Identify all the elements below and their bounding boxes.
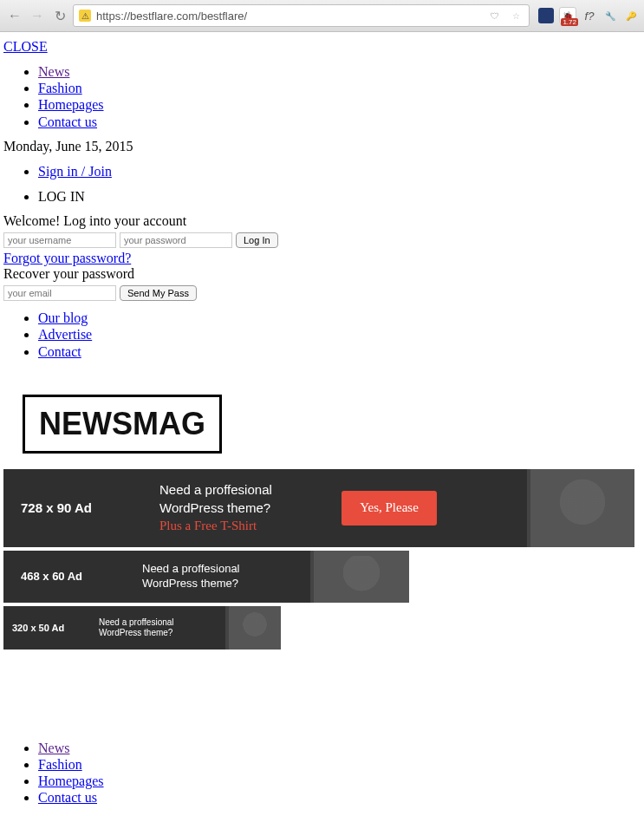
list-item: Homepages bbox=[38, 96, 641, 113]
recover-email-input[interactable] bbox=[3, 285, 116, 301]
page-content: CLOSE News Fashion Homepages Contact us … bbox=[0, 32, 644, 816]
ad-banner-320[interactable]: 320 x 50 Ad Need a proffesional WordPres… bbox=[3, 606, 281, 650]
date-line: Monday, June 15, 2015 bbox=[3, 139, 641, 154]
auth-nav: Sign in / Join bbox=[3, 163, 641, 180]
nav-link-contact-us[interactable]: Contact us bbox=[38, 114, 97, 129]
extension-flag-icon[interactable] bbox=[538, 8, 554, 23]
ad-banner-468[interactable]: 468 x 60 Ad Need a proffesional WordPres… bbox=[3, 551, 409, 603]
recover-form-row bbox=[3, 284, 641, 301]
close-link[interactable]: CLOSE bbox=[3, 39, 48, 54]
ad-shirt-image bbox=[527, 469, 634, 547]
welcome-line: Welcome! Log into your account bbox=[3, 213, 641, 229]
extension-devtools-icon[interactable]: 🔧 bbox=[602, 8, 618, 23]
login-form-row bbox=[3, 232, 641, 248]
logo-text: NEWSMAG bbox=[39, 406, 205, 441]
list-item: News bbox=[38, 63, 641, 80]
footer-link-fashion[interactable]: Fashion bbox=[38, 757, 82, 772]
ad-copy: Need a proffesional WordPress theme? bbox=[142, 562, 289, 591]
firebug-badge: 1.72 bbox=[561, 18, 578, 26]
list-item: Homepages bbox=[38, 773, 641, 789]
extension-fq-icon[interactable]: f? bbox=[582, 8, 597, 23]
login-heading-list: LOG IN bbox=[3, 188, 641, 205]
username-input[interactable] bbox=[3, 232, 116, 248]
ad-banner-728[interactable]: 728 x 90 Ad Need a proffesional WordPres… bbox=[3, 469, 634, 547]
list-item: Contact us bbox=[38, 114, 641, 130]
extension-firebug-icon[interactable]: 🐞1.72 bbox=[559, 7, 576, 24]
spacer bbox=[3, 653, 641, 731]
footer-nav: News Fashion Homepages Contact us bbox=[3, 740, 641, 806]
bookmark-star-icon[interactable]: ☆ bbox=[508, 8, 524, 23]
shield-icon[interactable]: 🛡 bbox=[487, 8, 503, 23]
nav-link-advertise[interactable]: Advertise bbox=[38, 327, 92, 342]
address-bar[interactable]: ⚠ https://bestflare.com/bestflare/ 🛡 ☆ bbox=[73, 4, 530, 27]
primary-nav: News Fashion Homepages Contact us bbox=[3, 63, 641, 130]
login-heading: LOG IN bbox=[38, 188, 641, 205]
list-item: Our blog bbox=[38, 310, 641, 326]
ad-shirt-image bbox=[310, 551, 409, 603]
footer-link-contact-us[interactable]: Contact us bbox=[38, 790, 97, 805]
forgot-password-link[interactable]: Forgot your password? bbox=[3, 251, 131, 265]
secondary-nav: Our blog Advertise Contact bbox=[3, 310, 641, 360]
nav-link-homepages[interactable]: Homepages bbox=[38, 97, 104, 112]
browser-toolbar: ← → ↻ ⚠ https://bestflare.com/bestflare/… bbox=[0, 0, 644, 32]
list-item: Fashion bbox=[38, 80, 641, 96]
ad-copy: Need a proffesional WordPress theme? bbox=[99, 617, 194, 638]
reload-button[interactable]: ↻ bbox=[50, 6, 69, 25]
login-button[interactable] bbox=[236, 232, 278, 248]
nav-link-our-blog[interactable]: Our blog bbox=[38, 310, 88, 325]
ad-copy: Need a proffesional WordPress theme? Plu… bbox=[159, 480, 315, 535]
ad-size-label: 728 x 90 Ad bbox=[3, 500, 159, 515]
ad-line1a: Need a proffesional bbox=[159, 480, 315, 499]
ad-line1b: WordPress theme? bbox=[99, 628, 194, 638]
back-button[interactable]: ← bbox=[5, 6, 24, 25]
ad-line1b: WordPress theme? bbox=[159, 499, 315, 517]
ad-line2: Plus a Free T-Shirt bbox=[159, 517, 315, 535]
list-item: Contact bbox=[38, 343, 641, 360]
send-pass-button[interactable] bbox=[120, 285, 197, 301]
url-text: https://bestflare.com/bestflare/ bbox=[96, 10, 482, 23]
nav-link-news[interactable]: News bbox=[38, 64, 69, 79]
recover-line: Recover your password bbox=[3, 266, 641, 282]
ad-line1a: Need a proffesional bbox=[99, 617, 194, 628]
extension-tray: 🐞1.72 f? 🔧 🔑 bbox=[533, 7, 639, 24]
ad-line1a: Need a proffesional bbox=[142, 562, 289, 577]
password-input[interactable] bbox=[120, 232, 232, 248]
signin-join-link[interactable]: Sign in / Join bbox=[38, 164, 112, 179]
footer-link-homepages[interactable]: Homepages bbox=[38, 774, 104, 788]
list-item: Contact us bbox=[38, 789, 641, 806]
security-badge-icon: ⚠ bbox=[79, 10, 91, 22]
ad-cta-button[interactable]: Yes, Please bbox=[342, 491, 437, 526]
list-item: News bbox=[38, 740, 641, 756]
footer-link-news[interactable]: News bbox=[38, 741, 69, 755]
list-item: Sign in / Join bbox=[38, 163, 641, 180]
nav-link-fashion[interactable]: Fashion bbox=[38, 81, 82, 95]
list-item: Advertise bbox=[38, 326, 641, 343]
nav-link-contact[interactable]: Contact bbox=[38, 344, 81, 359]
ad-shirt-image bbox=[225, 606, 281, 650]
ad-size-label: 468 x 60 Ad bbox=[3, 570, 142, 583]
list-item: Fashion bbox=[38, 756, 641, 773]
forward-button[interactable]: → bbox=[28, 6, 47, 25]
extension-key-icon[interactable]: 🔑 bbox=[623, 8, 639, 23]
site-logo[interactable]: NEWSMAG bbox=[23, 395, 222, 454]
ad-line1b: WordPress theme? bbox=[142, 577, 289, 591]
ad-size-label: 320 x 50 Ad bbox=[3, 623, 99, 633]
